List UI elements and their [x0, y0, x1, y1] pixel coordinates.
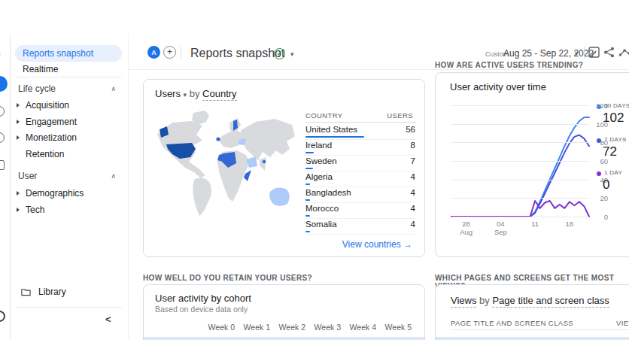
dimension-link[interactable]: Page title and screen class — [492, 295, 609, 308]
expand-arrow-icon[interactable] — [17, 103, 20, 108]
column-header-week2: Week 2 — [271, 323, 305, 332]
chevron-up-icon[interactable]: ∧ — [111, 85, 116, 93]
sidebar-item-label: Retention — [26, 149, 64, 159]
country-bar — [305, 231, 310, 233]
header-divider — [181, 47, 181, 59]
x-tick-label: 11 — [531, 220, 539, 228]
share-icon[interactable] — [603, 47, 615, 58]
metric-link[interactable]: Views — [451, 295, 476, 308]
sidebar-item-label: Monetization — [26, 132, 77, 143]
x-tick-label: 28Aug — [460, 220, 473, 236]
app-icon-rail: ⌂ — [0, 34, 11, 340]
configure-icon[interactable] — [0, 160, 5, 170]
line-chart-plot-area — [451, 105, 589, 217]
gridline — [451, 124, 589, 125]
country-bar — [305, 215, 310, 217]
sidebar-item-reports-snapshot[interactable]: Reports snapshot — [15, 45, 122, 62]
home-icon[interactable]: ⌂ — [0, 47, 1, 59]
expand-arrow-icon[interactable] — [17, 208, 20, 212]
sidebar-item-realtime[interactable]: Realtime — [15, 62, 122, 77]
table-header-rule — [305, 122, 415, 123]
sidebar-item-label: Demographics — [26, 188, 84, 199]
reports-sidebar: Reports snapshot Realtime Life cycle ∧ A… — [11, 34, 129, 340]
country-bar — [305, 136, 364, 138]
card-title: Users ▾ by Country — [155, 88, 237, 99]
report-dropdown-caret-icon[interactable]: ▾ — [290, 50, 294, 58]
metric-dropdown[interactable]: Users ▾ — [155, 88, 187, 99]
edit-comparison-icon[interactable] — [588, 47, 600, 58]
country-bar — [305, 152, 314, 154]
legend-dot-icon — [597, 105, 601, 109]
report-ok-status-icon[interactable]: ✓ — [274, 48, 285, 59]
expand-arrow-icon[interactable] — [17, 191, 20, 196]
column-header-week0: Week 0 — [200, 323, 235, 332]
sidebar-item-label: Tech — [26, 205, 44, 215]
arrow-right-icon: → — [403, 239, 412, 250]
country-bar — [305, 184, 310, 186]
sidebar-item-acquisition[interactable]: Acquisition — [15, 98, 122, 113]
add-comparison-button[interactable]: + — [163, 46, 176, 59]
chart-series-7-days — [451, 135, 589, 217]
sidebar-item-label: Acquisition — [26, 100, 69, 111]
card-subtitle: Based on device data only — [155, 305, 248, 314]
sidebar-item-label: Library — [38, 287, 66, 297]
chevron-up-icon[interactable]: ∧ — [111, 172, 116, 180]
avatar[interactable]: A — [147, 46, 160, 59]
section-title: Life cycle — [18, 83, 56, 94]
country-name: Somalia — [305, 220, 337, 229]
sidebar-item-library[interactable]: Library — [15, 284, 122, 299]
chart-series-1-day — [451, 201, 589, 217]
gridline — [451, 105, 589, 106]
connector-text: by — [479, 295, 490, 306]
sidebar-item-demographics[interactable]: Demographics — [15, 186, 122, 201]
gridline — [451, 161, 589, 162]
card-title: User activity by cohort — [155, 293, 251, 304]
dimension-link[interactable]: Country — [202, 88, 237, 101]
expand-arrow-icon[interactable] — [17, 120, 20, 124]
country-value: 7 — [411, 156, 415, 165]
sidebar-item-monetization[interactable]: Monetization — [15, 130, 122, 145]
date-caret-icon[interactable]: ▾ — [575, 50, 579, 57]
viewport-bottom-band — [0, 340, 629, 364]
map-europe — [219, 129, 244, 148]
expand-arrow-icon[interactable] — [17, 135, 20, 140]
sidebar-item-retention[interactable]: Retention — [15, 147, 122, 162]
gridline — [451, 142, 589, 143]
sidebar-item-label: Reports snapshot — [23, 48, 93, 59]
x-axis-labels: 28Aug04Sep1118 — [451, 220, 589, 236]
sidebar-section-user[interactable]: User ∧ — [15, 168, 122, 184]
column-header-page-title: PAGE TITLE AND SCREEN CLASS — [451, 319, 573, 327]
map-australia-highlight — [269, 188, 290, 206]
reports-icon[interactable] — [0, 76, 8, 92]
settings-gear-icon[interactable] — [0, 311, 5, 322]
country-name: Algeria — [305, 172, 333, 181]
sidebar-item-engagement[interactable]: Engagement — [15, 114, 122, 129]
country-value: 4 — [411, 188, 415, 197]
gridline — [451, 217, 589, 217]
table-row: Sweden 7 — [305, 155, 415, 171]
explore-icon[interactable] — [0, 106, 5, 117]
column-header-week1: Week 1 — [235, 323, 270, 332]
legend-value: 102 — [603, 111, 624, 126]
legend-label: 30 DAYS — [604, 102, 629, 109]
sidebar-item-tech[interactable]: Tech — [15, 202, 122, 217]
sidebar-section-life-cycle[interactable]: Life cycle ∧ — [15, 81, 122, 96]
header-divider-line — [128, 69, 629, 70]
collapse-sidebar-button[interactable]: < — [105, 314, 111, 325]
link-label: View countries — [342, 239, 401, 250]
map-south-america — [193, 177, 211, 216]
country-name: United States — [305, 125, 357, 134]
insights-icon[interactable] — [618, 47, 629, 58]
card-title: Views by Page title and screen class — [451, 295, 609, 306]
date-range-selector[interactable]: Aug 25 - Sep 22, 2022 — [503, 48, 594, 59]
chart-series-30-days — [451, 117, 589, 217]
header-divider — [584, 47, 585, 59]
y-tick-label: 0 — [604, 213, 608, 221]
column-header-week3: Week 3 — [306, 323, 341, 332]
gridline — [451, 180, 589, 180]
country-name: Ireland — [305, 141, 332, 150]
view-countries-link[interactable]: View countries → — [342, 239, 412, 250]
table-header-rule — [451, 329, 629, 330]
map-india — [260, 157, 266, 171]
advertising-icon[interactable] — [0, 132, 5, 143]
